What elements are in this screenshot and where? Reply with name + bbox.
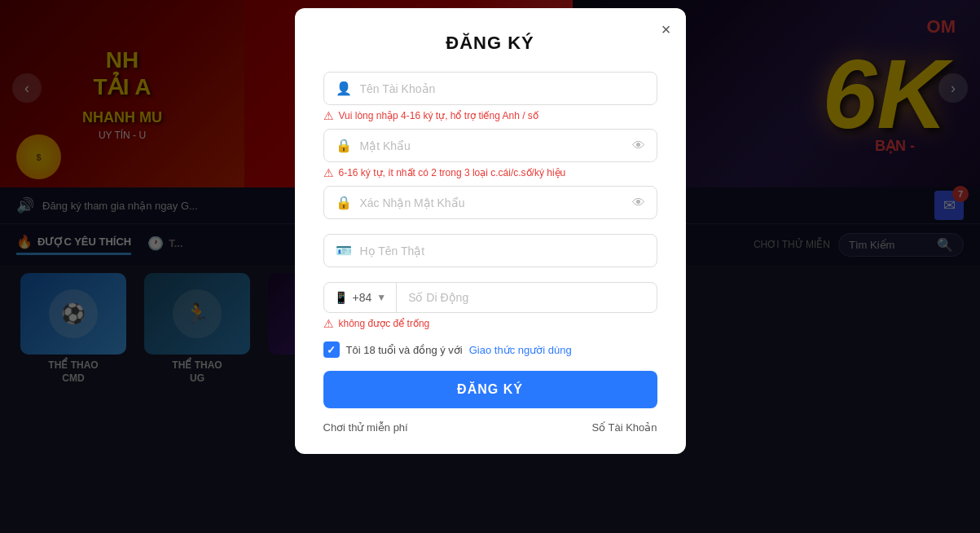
id-card-icon: 🪪 xyxy=(336,243,352,258)
username-input-wrapper: 👤 xyxy=(323,72,657,105)
fullname-input-wrapper: 🪪 xyxy=(323,234,657,267)
terms-checkbox-row: ✓ Tôi 18 tuổi và đồng ý với Giao thức ng… xyxy=(323,341,657,358)
bottom-links: Chơi thử miễn phí Số Tài Khoản xyxy=(323,421,657,434)
error-icon-username: ⚠ xyxy=(323,109,334,122)
confirm-password-input[interactable] xyxy=(360,196,624,209)
modal-title: ĐĂNG KÝ xyxy=(323,33,657,54)
modal-close-button[interactable]: × xyxy=(661,20,671,39)
confirm-password-group: 🔒 👁 xyxy=(323,186,657,219)
fullname-input[interactable] xyxy=(360,244,645,258)
spacer-2 xyxy=(323,272,657,282)
existing-account-link[interactable]: Số Tài Khoản xyxy=(591,421,657,434)
error-icon-password: ⚠ xyxy=(323,166,334,179)
terms-link[interactable]: Giao thức người dùng xyxy=(469,344,572,356)
password-input[interactable] xyxy=(360,139,624,152)
username-input[interactable] xyxy=(360,82,645,95)
phone-chevron-icon: ▼ xyxy=(376,292,386,303)
phone-error: ⚠ không được để trống xyxy=(323,317,657,330)
phone-wrapper: 📱 +84 ▼ xyxy=(323,282,657,313)
free-play-link[interactable]: Chơi thử miễn phí xyxy=(323,421,408,434)
phone-flag-icon: 📱 xyxy=(334,291,348,304)
spacer-1 xyxy=(323,224,657,234)
phone-prefix-selector[interactable]: 📱 +84 ▼ xyxy=(324,283,398,312)
submit-register-button[interactable]: ĐĂNG KÝ xyxy=(323,371,657,408)
fullname-group: 🪪 xyxy=(323,234,657,267)
phone-input[interactable] xyxy=(397,283,656,312)
confirm-eye-icon[interactable]: 👁 xyxy=(632,196,645,210)
password-group: 🔒 👁 ⚠ 6-16 ký tự, ít nhất có 2 trong 3 l… xyxy=(323,129,657,179)
checkmark-icon: ✓ xyxy=(327,344,336,356)
password-input-wrapper: 🔒 👁 xyxy=(323,129,657,162)
phone-group: 📱 +84 ▼ ⚠ không được để trống xyxy=(323,282,657,330)
phone-prefix-text: +84 xyxy=(353,291,372,304)
password-error: ⚠ 6-16 ký tự, ít nhất có 2 trong 3 loại … xyxy=(323,166,657,179)
modal-overlay: × ĐĂNG KÝ 👤 ⚠ Vui lòng nhập 4-16 ký tự, … xyxy=(0,0,980,533)
phone-error-text: không được để trống xyxy=(339,318,430,329)
register-modal: × ĐĂNG KÝ 👤 ⚠ Vui lòng nhập 4-16 ký tự, … xyxy=(295,8,686,454)
confirm-password-wrapper: 🔒 👁 xyxy=(323,186,657,219)
username-group: 👤 ⚠ Vui lòng nhập 4-16 ký tự, hổ trợ tiế… xyxy=(323,72,657,122)
terms-text: Tôi 18 tuổi và đồng ý với xyxy=(346,344,463,356)
error-icon-phone: ⚠ xyxy=(323,317,334,330)
username-error-text: Vui lòng nhập 4-16 ký tự, hổ trợ tiếng A… xyxy=(339,110,538,121)
lock-icon: 🔒 xyxy=(336,138,352,153)
terms-checkbox[interactable]: ✓ xyxy=(323,341,340,358)
password-error-text: 6-16 ký tự, ít nhất có 2 trong 3 loại c.… xyxy=(339,167,566,178)
user-icon: 👤 xyxy=(336,81,352,96)
lock-icon-confirm: 🔒 xyxy=(336,195,352,210)
password-eye-icon[interactable]: 👁 xyxy=(632,139,645,153)
username-error: ⚠ Vui lòng nhập 4-16 ký tự, hổ trợ tiếng… xyxy=(323,109,657,122)
